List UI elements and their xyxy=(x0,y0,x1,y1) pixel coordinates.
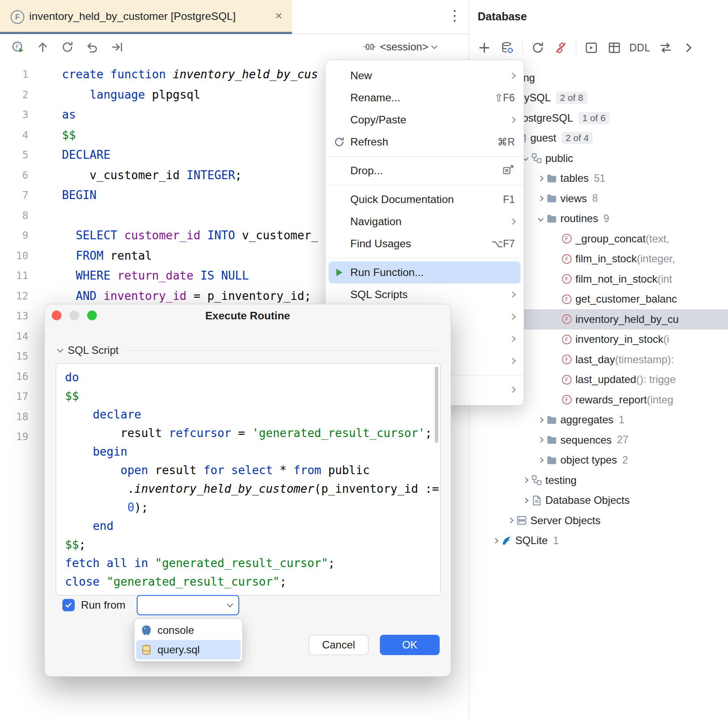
tree-item-label: last_day xyxy=(575,353,615,366)
add-icon[interactable] xyxy=(476,40,492,56)
popup-option-console[interactable]: console xyxy=(136,621,241,640)
run-file-icon[interactable]: F xyxy=(10,39,26,55)
code-token: ; xyxy=(280,575,287,588)
code-token: 0 xyxy=(127,501,134,514)
code-line: 0); xyxy=(65,498,440,517)
tree-item-aggregates[interactable]: aggregates1 xyxy=(469,410,728,430)
menu-item-label: Copy/Paste xyxy=(350,114,406,126)
tab-close-icon[interactable]: × xyxy=(272,0,286,33)
icon-slot xyxy=(333,164,346,177)
tree-item-sequences[interactable]: sequences27 xyxy=(469,430,728,450)
table-view-icon[interactable] xyxy=(606,40,622,56)
scrollbar-thumb[interactable] xyxy=(435,367,438,443)
section-divider xyxy=(126,350,440,351)
folder-icon xyxy=(546,434,560,445)
line-number: 3 xyxy=(0,105,28,125)
icon-slot xyxy=(333,215,346,228)
detach-icon[interactable] xyxy=(109,39,125,55)
popup-option-label: console xyxy=(157,624,194,637)
menu-item-copy-paste[interactable]: Copy/Paste xyxy=(326,109,524,131)
menu-item-label: New xyxy=(350,69,372,82)
chevron-right-icon[interactable] xyxy=(520,499,531,502)
refresh-icon[interactable] xyxy=(530,40,546,56)
submenu-chevron-icon xyxy=(506,292,515,297)
disconnect-icon[interactable] xyxy=(553,40,569,56)
data-source-settings-icon[interactable] xyxy=(499,40,515,56)
sql-script-section-header[interactable]: SQL Script xyxy=(58,344,440,357)
code-token: result xyxy=(155,464,204,477)
chevron-right-icon[interactable] xyxy=(520,478,531,482)
function-icon: F xyxy=(561,294,575,305)
line-number: 4 xyxy=(0,125,28,146)
chevron-right-icon[interactable] xyxy=(490,539,501,543)
icon-slot xyxy=(333,91,346,104)
tree-item-label: inventory_held_by_cu xyxy=(575,313,679,326)
popup-option-query-sql[interactable]: query.sql xyxy=(136,640,241,660)
chevron-right-icon[interactable] xyxy=(535,438,546,442)
menu-item-new[interactable]: New xyxy=(326,65,524,87)
undo-icon[interactable] xyxy=(84,39,100,55)
tree-item-testing[interactable]: testing xyxy=(469,470,728,491)
menu-item-drop[interactable]: Drop... xyxy=(326,160,524,182)
chevron-right-icon[interactable] xyxy=(535,418,546,422)
cancel-button[interactable]: Cancel xyxy=(309,635,368,655)
menu-shortcut: ⌘R xyxy=(497,136,515,148)
run-from-dropdown[interactable] xyxy=(137,595,239,615)
svg-text:F: F xyxy=(565,256,569,262)
chevron-right-icon[interactable] xyxy=(681,40,697,56)
line-number: 10 xyxy=(0,246,28,266)
tree-item-label: inventory_in_stock xyxy=(575,333,663,345)
code-token: v_customer_ xyxy=(242,229,318,242)
tree-item-label: object types xyxy=(560,454,617,466)
schema-icon xyxy=(531,153,545,164)
tree-item-count: 51 xyxy=(594,173,605,184)
run-from-popup: consolequery.sql xyxy=(134,618,243,662)
menu-item-quick-documentation[interactable]: Quick DocumentationF1 xyxy=(326,188,524,211)
editor-gutter: 12345678910111213141516171819 xyxy=(0,65,28,447)
tree-item-server-objects[interactable]: Server Objects xyxy=(469,510,728,531)
refresh-icon[interactable] xyxy=(59,39,75,55)
tab-inventory-held-by-customer[interactable]: F inventory_held_by_customer [PostgreSQL… xyxy=(0,0,292,34)
menu-item-refresh[interactable]: Refresh⌘R xyxy=(326,131,524,153)
run-from-checkbox[interactable] xyxy=(62,599,75,611)
more-options-icon[interactable]: ⋮ xyxy=(443,0,466,33)
chevron-right-icon[interactable] xyxy=(535,458,546,462)
code-line: open result for select * from public xyxy=(65,461,440,479)
chevron-right-icon[interactable] xyxy=(505,518,516,522)
swap-arrows-icon[interactable] xyxy=(658,40,674,56)
icon-slot xyxy=(333,113,346,127)
line-number: 8 xyxy=(0,206,28,226)
svg-text:F: F xyxy=(565,357,569,363)
menu-item-run-function[interactable]: Run Function... xyxy=(329,261,521,284)
plug-icon xyxy=(364,41,376,53)
arrow-up-icon[interactable] xyxy=(34,39,50,55)
tree-item-sqlite[interactable]: SQLite1 xyxy=(469,531,728,551)
chevron-right-icon[interactable] xyxy=(535,176,546,180)
code-token xyxy=(62,289,76,303)
play-icon xyxy=(333,266,346,279)
code-line: $$ xyxy=(65,387,440,405)
code-token: AND xyxy=(76,289,103,303)
menu-shortcut: ⇧F6 xyxy=(494,92,515,104)
session-selector[interactable]: <session> xyxy=(364,41,437,53)
sql-script-editor[interactable]: do$$ declare result refcursor = 'generat… xyxy=(56,363,441,595)
query-console-icon[interactable] xyxy=(583,40,599,56)
menu-item-find-usages[interactable]: Find Usages⌥F7 xyxy=(326,233,524,255)
tree-item-object-types[interactable]: object types2 xyxy=(469,450,728,471)
tree-item-database-objects[interactable]: Database Objects xyxy=(469,491,728,511)
folder-icon xyxy=(546,213,560,224)
code-line: result refcursor = 'generated_result_cur… xyxy=(65,424,440,442)
code-token: SELECT xyxy=(76,229,124,242)
tree-item-label: last_updated xyxy=(575,373,636,386)
menu-item-sql-scripts[interactable]: SQL Scripts xyxy=(326,284,524,306)
code-token: inventory_held_by_cus xyxy=(172,68,318,81)
tree-item-label: film_not_in_stock xyxy=(575,273,657,285)
menu-item-rename[interactable]: Rename...⇧F6 xyxy=(326,87,524,109)
chevron-right-icon[interactable] xyxy=(535,196,546,200)
ok-button[interactable]: OK xyxy=(380,635,440,655)
line-number: 5 xyxy=(0,145,28,165)
menu-item-navigation[interactable]: Navigation xyxy=(326,211,524,233)
ddl-button[interactable]: DDL xyxy=(629,42,651,54)
chevron-down-icon[interactable] xyxy=(535,217,546,221)
tree-item-count: 8 xyxy=(592,192,598,204)
